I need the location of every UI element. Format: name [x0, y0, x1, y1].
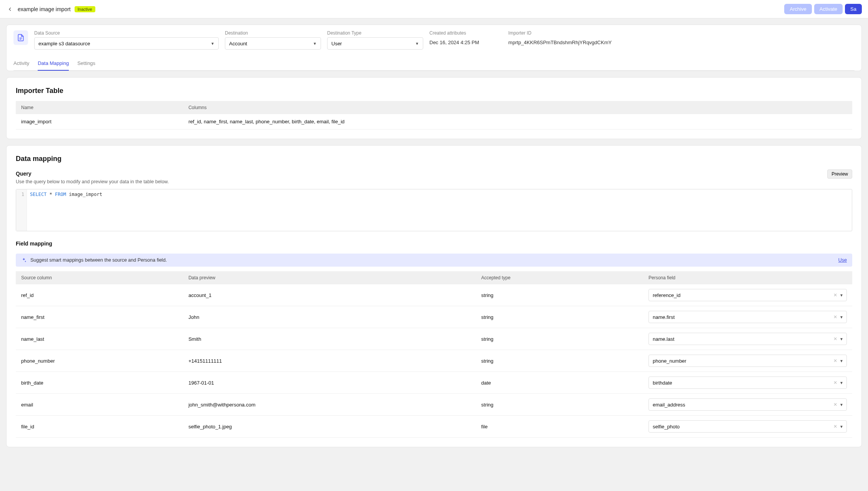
- mapping-source: email: [16, 394, 183, 416]
- created-attributes-label: Created attributes: [429, 30, 479, 36]
- persona-field-value: name.first: [653, 314, 831, 320]
- table-row: phone_number+14151111111stringphone_numb…: [16, 350, 852, 372]
- table-row: birth_date1967-01-01datebirthdate✕▼: [16, 372, 852, 394]
- clear-icon[interactable]: ✕: [833, 314, 837, 320]
- data-source-label: Data Source: [34, 30, 219, 36]
- persona-field-value: birthdate: [653, 380, 831, 386]
- suggest-use-link[interactable]: Use: [838, 257, 847, 263]
- data-mapping-card: Data mapping Query Preview Use the query…: [6, 145, 862, 447]
- mapping-source: name_last: [16, 328, 183, 350]
- mapping-preview: john_smith@withpersona.com: [183, 394, 476, 416]
- importer-id-label: Importer ID: [508, 30, 612, 36]
- col-source: Source column: [16, 271, 183, 284]
- table-row: file_idselfie_photo_1.jpegfileselfie_pho…: [16, 416, 852, 438]
- mapping-type: string: [476, 306, 643, 328]
- persona-field-value: email_address: [653, 402, 831, 408]
- mapping-preview: Smith: [183, 328, 476, 350]
- suggest-text: Suggest smart mappings between the sourc…: [30, 257, 167, 263]
- document-icon: [13, 30, 28, 45]
- back-arrow-icon[interactable]: [6, 5, 14, 13]
- mapping-type: string: [476, 328, 643, 350]
- chevron-down-icon: ▼: [840, 337, 843, 341]
- col-preview: Data preview: [183, 271, 476, 284]
- suggest-bar: Suggest smart mappings between the sourc…: [16, 254, 852, 267]
- destination-type-select[interactable]: User ▼: [327, 37, 423, 50]
- table-row: emailjohn_smith@withpersona.comstringema…: [16, 394, 852, 416]
- data-source-select[interactable]: example s3 datasource ▼: [34, 37, 219, 50]
- persona-field-select[interactable]: reference_id✕▼: [649, 289, 847, 301]
- data-source-field: Data Source example s3 datasource ▼: [34, 30, 219, 50]
- tab-data-mapping[interactable]: Data Mapping: [38, 56, 69, 71]
- mapping-type: string: [476, 284, 643, 306]
- persona-field-value: reference_id: [653, 292, 831, 298]
- destination-select[interactable]: Account ▼: [225, 37, 321, 50]
- mapping-source: birth_date: [16, 372, 183, 394]
- chevron-down-icon: ▼: [840, 293, 843, 297]
- page-title: example image import: [18, 6, 71, 12]
- mapping-type: string: [476, 394, 643, 416]
- persona-field-select[interactable]: birthdate✕▼: [649, 377, 847, 389]
- destination-label: Destination: [225, 30, 321, 36]
- created-attributes-value: Dec 16, 2024 4:25 PM: [429, 37, 479, 45]
- persona-field-select[interactable]: name.last✕▼: [649, 333, 847, 345]
- mapping-preview: selfie_photo_1.jpeg: [183, 416, 476, 438]
- clear-icon[interactable]: ✕: [833, 358, 837, 363]
- data-mapping-title: Data mapping: [16, 155, 852, 163]
- query-label: Query: [16, 171, 31, 177]
- mapping-persona-cell: phone_number✕▼: [643, 350, 852, 372]
- archive-button[interactable]: Archive: [784, 4, 811, 14]
- query-editor[interactable]: 1 SELECT * FROM image_import: [16, 189, 852, 231]
- mapping-persona-cell: selfie_photo✕▼: [643, 416, 852, 438]
- importer-id-value: mprtp_4KKR6SPmTBndshmRhjYRqvgdCKmY: [508, 37, 612, 45]
- table-row: name_firstJohnstringname.first✕▼: [16, 306, 852, 328]
- mapping-preview: +14151111111: [183, 350, 476, 372]
- chevron-down-icon: ▼: [415, 41, 419, 46]
- mapping-source: phone_number: [16, 350, 183, 372]
- destination-type-field: Destination Type User ▼: [327, 30, 423, 50]
- created-attributes-field: Created attributes Dec 16, 2024 4:25 PM: [429, 30, 479, 45]
- chevron-down-icon: ▼: [840, 425, 843, 429]
- clear-icon[interactable]: ✕: [833, 402, 837, 407]
- importer-table-header-name: Name: [16, 101, 183, 114]
- mapping-type: string: [476, 350, 643, 372]
- mapping-persona-cell: birthdate✕▼: [643, 372, 852, 394]
- query-text: SELECT * FROM image_import: [27, 189, 852, 231]
- persona-field-value: selfie_photo: [653, 424, 831, 430]
- tab-activity[interactable]: Activity: [13, 56, 29, 71]
- field-mapping-label: Field mapping: [16, 241, 852, 247]
- data-source-value: example s3 datasource: [38, 41, 90, 46]
- destination-field: Destination Account ▼: [225, 30, 321, 50]
- mapping-source: file_id: [16, 416, 183, 438]
- clear-icon[interactable]: ✕: [833, 380, 837, 385]
- destination-type-value: User: [331, 41, 342, 46]
- save-button[interactable]: Sa: [845, 4, 862, 14]
- persona-field-select[interactable]: name.first✕▼: [649, 311, 847, 323]
- chevron-down-icon: ▼: [840, 359, 843, 363]
- chevron-down-icon: ▼: [840, 403, 843, 407]
- persona-field-select[interactable]: phone_number✕▼: [649, 355, 847, 367]
- persona-field-select[interactable]: selfie_photo✕▼: [649, 420, 847, 433]
- importer-table-header-columns: Columns: [183, 101, 852, 114]
- mapping-preview: account_1: [183, 284, 476, 306]
- persona-field-value: phone_number: [653, 358, 831, 364]
- mapping-type: file: [476, 416, 643, 438]
- importer-table-name: image_import: [16, 114, 183, 129]
- persona-field-value: name.last: [653, 336, 831, 342]
- query-line-number: 1: [16, 189, 27, 231]
- mapping-persona-cell: email_address✕▼: [643, 394, 852, 416]
- clear-icon[interactable]: ✕: [833, 424, 837, 429]
- activate-button[interactable]: Activate: [814, 4, 843, 14]
- topbar: example image import Inactive Archive Ac…: [0, 0, 868, 18]
- clear-icon[interactable]: ✕: [833, 336, 837, 342]
- importer-table: Name Columns image_import ref_id, name_f…: [16, 101, 852, 129]
- preview-button[interactable]: Preview: [827, 169, 852, 179]
- clear-icon[interactable]: ✕: [833, 292, 837, 298]
- tab-settings[interactable]: Settings: [77, 56, 95, 71]
- persona-field-select[interactable]: email_address✕▼: [649, 398, 847, 411]
- query-helper: Use the query below to modify and previe…: [16, 179, 852, 184]
- table-row: name_lastSmithstringname.last✕▼: [16, 328, 852, 350]
- status-badge: Inactive: [75, 6, 95, 12]
- mapping-source: ref_id: [16, 284, 183, 306]
- chevron-down-icon: ▼: [313, 41, 317, 46]
- importer-table-title: Importer Table: [16, 87, 852, 95]
